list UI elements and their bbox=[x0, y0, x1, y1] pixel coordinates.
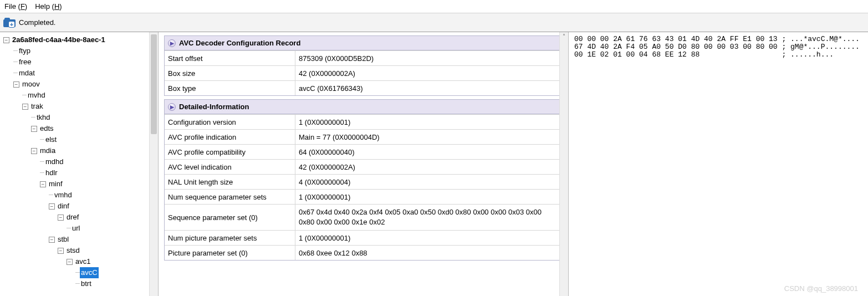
tree-item-avc1[interactable]: −avc1 bbox=[3, 256, 158, 267]
collapse-icon[interactable]: − bbox=[40, 181, 46, 187]
tree-item-btrt[interactable]: ┈btrt bbox=[3, 278, 158, 289]
menu-bar: File (F) Help (H) bbox=[0, 0, 868, 13]
watermark: CSDN @qq_38998001 bbox=[784, 284, 858, 293]
tree-item-trak[interactable]: −trak bbox=[3, 101, 158, 112]
tree-item-mdia[interactable]: −mdia bbox=[3, 145, 158, 156]
section-title: AVC Decoder Configuration Record bbox=[179, 39, 300, 47]
menu-help[interactable]: Help (H) bbox=[35, 2, 62, 11]
collapse-icon[interactable]: − bbox=[49, 237, 55, 243]
row-profile-comp: AVC profile compatibility64 (0X00000040) bbox=[165, 144, 560, 159]
section-header[interactable]: ▶ Detailed-Information bbox=[165, 100, 560, 114]
expand-disc-icon[interactable]: ▶ bbox=[168, 103, 176, 111]
tree-item-dinf[interactable]: −dinf bbox=[3, 201, 158, 212]
tree-scrollbar[interactable] bbox=[149, 32, 158, 296]
collapse-icon[interactable]: − bbox=[67, 259, 73, 265]
tree-item-mdhd[interactable]: ┈mdhd bbox=[3, 156, 158, 167]
row-box-type: Box typeavcC (0X61766343) bbox=[165, 80, 560, 95]
collapse-icon[interactable]: − bbox=[3, 37, 9, 43]
atom-tree[interactable]: −2a6a8fed-c4aa-44be-8aec-1 ┈ftyp ┈free ┈… bbox=[0, 32, 158, 292]
collapse-icon[interactable]: − bbox=[31, 126, 37, 132]
tree-item-hdlr[interactable]: ┈hdlr bbox=[3, 167, 158, 178]
tree-item-avcc[interactable]: ┈avcC bbox=[3, 267, 158, 278]
tree-root-label: 2a6a8fed-c4aa-44be-8aec-1 bbox=[11, 34, 106, 45]
tree-item-ftyp[interactable]: ┈ftyp bbox=[3, 45, 158, 57]
collapse-icon[interactable]: − bbox=[13, 81, 19, 88]
row-num-sps: Num sequence parameter sets1 (0X00000001… bbox=[165, 189, 560, 204]
detail-pane: ▶ AVC Decoder Configuration Record Start… bbox=[159, 32, 569, 296]
tree-item-elst[interactable]: ┈elst bbox=[3, 134, 158, 145]
hex-pane: 00 00 00 2A 61 76 63 43 01 4D 40 2A FF E… bbox=[569, 32, 868, 296]
tree-item-free[interactable]: ┈free bbox=[3, 57, 158, 68]
status-text: Completed. bbox=[19, 18, 55, 27]
hex-dump[interactable]: 00 00 00 2A 61 76 63 43 01 4D 40 2A FF E… bbox=[574, 35, 860, 59]
status-bar: + Completed. bbox=[0, 13, 868, 32]
tree-item-dref[interactable]: −dref bbox=[3, 212, 158, 223]
row-start-offset: Start offset875309 (0X000D5B2D) bbox=[165, 50, 560, 65]
tree-item-vmhd[interactable]: ┈vmhd bbox=[3, 190, 158, 201]
main-area: −2a6a8fed-c4aa-44be-8aec-1 ┈ftyp ┈free ┈… bbox=[0, 32, 868, 296]
collapse-icon[interactable]: − bbox=[49, 203, 55, 210]
tree-item-stbl[interactable]: −stbl bbox=[3, 234, 158, 245]
section-detailed-info: ▶ Detailed-Information Configuration ver… bbox=[164, 99, 560, 261]
row-level-ind: AVC level indication42 (0X0000002A) bbox=[165, 159, 560, 174]
tree-item-minf[interactable]: −minf bbox=[3, 178, 158, 190]
section-avc-record: ▶ AVC Decoder Configuration Record Start… bbox=[164, 35, 560, 96]
selected-tree-label: avcC bbox=[80, 267, 99, 278]
row-nal-len: NAL Unit length size4 (0X00000004) bbox=[165, 174, 560, 189]
row-box-size: Box size42 (0X0000002A) bbox=[165, 65, 560, 80]
collapse-icon[interactable]: − bbox=[58, 248, 64, 254]
row-sps-0: Sequence parameter set (0)0x67 0x4d 0x40… bbox=[165, 204, 560, 230]
collapse-icon[interactable]: − bbox=[58, 215, 64, 221]
expand-disc-icon[interactable]: ▶ bbox=[168, 39, 176, 47]
section-title: Detailed-Information bbox=[179, 103, 249, 111]
tree-item-mdat[interactable]: ┈mdat bbox=[3, 68, 158, 79]
row-cfg-version: Configuration version1 (0X00000001) bbox=[165, 114, 560, 129]
tree-root[interactable]: −2a6a8fed-c4aa-44be-8aec-1 bbox=[3, 34, 158, 45]
scrollbar-thumb[interactable] bbox=[151, 34, 157, 134]
open-file-icon[interactable]: + bbox=[3, 17, 16, 28]
tree-item-edts[interactable]: −edts bbox=[3, 123, 158, 134]
section-header[interactable]: ▶ AVC Decoder Configuration Record bbox=[165, 36, 560, 50]
collapse-icon[interactable]: − bbox=[31, 148, 37, 154]
tree-item-url[interactable]: ┈url bbox=[3, 223, 158, 234]
tree-item-mvhd[interactable]: ┈mvhd bbox=[3, 90, 158, 101]
collapse-icon[interactable]: − bbox=[22, 104, 28, 110]
row-pps-0: Picture parameter set (0)0x68 0xee 0x12 … bbox=[165, 245, 560, 260]
tree-item-tkhd[interactable]: ┈tkhd bbox=[3, 112, 158, 123]
scroll-up-icon[interactable]: ˄ bbox=[560, 33, 568, 40]
tree-item-moov[interactable]: −moov bbox=[3, 79, 158, 90]
detail-scrollbar[interactable]: ˄ bbox=[559, 32, 568, 296]
row-profile-ind: AVC profile indicationMain = 77 (0X00000… bbox=[165, 129, 560, 144]
menu-file[interactable]: File (F) bbox=[4, 2, 27, 11]
row-num-pps: Num picture parameter sets1 (0X00000001) bbox=[165, 230, 560, 245]
tree-item-stsd[interactable]: −stsd bbox=[3, 245, 158, 256]
tree-pane: −2a6a8fed-c4aa-44be-8aec-1 ┈ftyp ┈free ┈… bbox=[0, 32, 159, 296]
